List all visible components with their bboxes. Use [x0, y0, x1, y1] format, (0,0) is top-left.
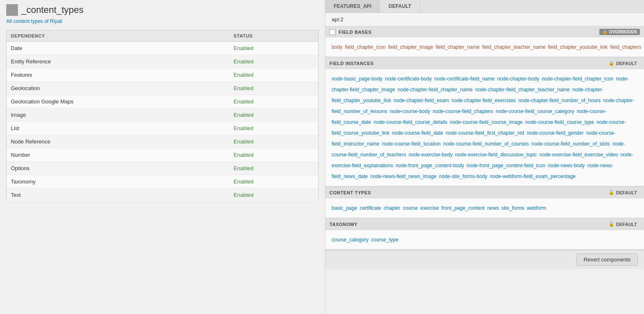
tag[interactable]: field_chapter_name	[436, 44, 480, 50]
tag[interactable]: node-chapter-field_exam	[394, 98, 449, 103]
table-row: List Enabled	[7, 122, 319, 135]
tag[interactable]: node-course-field_location	[382, 141, 441, 147]
tag[interactable]: basic_page	[332, 205, 357, 211]
tag[interactable]: node-webform-field_exam_percentage	[490, 173, 576, 179]
tag[interactable]: node-chapter-field_chapter_name	[397, 87, 473, 93]
tag[interactable]: course	[403, 205, 418, 211]
dep-name: Entity Reference	[7, 55, 230, 68]
dep-name: Node Reference	[7, 135, 230, 148]
table-row: Geolocation Enabled	[7, 82, 319, 95]
tag[interactable]: node-course-field_number_of_slots	[531, 141, 610, 147]
dep-name: Geolocation	[7, 82, 230, 95]
checkbox-field-bases[interactable]	[330, 29, 335, 35]
main-container: _content_types All content types of Riya…	[0, 0, 644, 314]
tag[interactable]: node-front_page_content-field_icon	[467, 163, 546, 168]
dep-name: Text	[7, 188, 230, 202]
tag[interactable]: certificate	[360, 205, 381, 211]
tag[interactable]: node-front_page_content-body	[395, 163, 464, 168]
tag[interactable]: course_type	[371, 237, 398, 243]
tag[interactable]: node-course-field_chapters	[433, 108, 493, 114]
dep-status: Enabled	[229, 135, 318, 148]
dep-status: Enabled	[229, 122, 318, 135]
revert-components-button[interactable]: Revert components	[576, 254, 638, 266]
tab-default[interactable]: DEFAULT	[380, 0, 420, 13]
tag[interactable]: node-course-field_number_of_courses	[443, 141, 529, 147]
tag[interactable]: node-certificate-field_name	[434, 76, 495, 82]
page-title-row: _content_types	[6, 4, 319, 16]
table-row: Geolocation Google Maps Enabled	[7, 95, 319, 108]
table-row: Number Enabled	[7, 148, 319, 162]
dep-name: Image	[7, 108, 230, 122]
tag[interactable]: node-chapter-field_chapter_teacher_name	[475, 87, 570, 93]
tag[interactable]: node-course-field_course_image	[450, 119, 523, 125]
table-row: Options Enabled	[7, 162, 319, 175]
tag[interactable]: node-course-field_course_type	[525, 119, 594, 125]
tag[interactable]: node-exercise-field_discussion_topic	[455, 152, 537, 158]
dep-status: Enabled	[229, 55, 318, 68]
dep-name: Features	[7, 68, 230, 82]
right-panel: FEATURES_API DEFAULT api:2 FIELD BASES 🔒…	[325, 0, 644, 314]
tag[interactable]: webform	[527, 205, 546, 211]
dep-name: Date	[7, 42, 230, 55]
lock-icon-taxonomy: 🔒	[609, 221, 614, 227]
tag[interactable]: node-course-field_date	[392, 130, 443, 136]
tag[interactable]: node-exercise-body	[409, 152, 453, 158]
content-field-bases: bodyfield_chapter_iconfield_chapter_imag…	[325, 38, 644, 57]
tag[interactable]: field_chapter_youtube_link	[548, 44, 608, 50]
dependency-table: DEPENDENCY STATUS Date Enabled Entity Re…	[6, 30, 319, 202]
section-field-bases: FIELD BASES 🔒 OVERRIDDEN bodyfield_chapt…	[325, 26, 644, 57]
badge-default-instances: 🔒 DEFAULT	[606, 60, 640, 67]
tag[interactable]: body	[332, 44, 342, 50]
tag[interactable]: course_category	[332, 237, 369, 243]
tag[interactable]: node-chapter-field_exercises	[452, 98, 516, 103]
section-header-field-instances: FIELD INSTANCES 🔒 DEFAULT	[325, 57, 644, 69]
dep-name: Number	[7, 148, 230, 162]
lock-icon-instances: 🔒	[609, 60, 614, 66]
tab-features-api[interactable]: FEATURES_API	[325, 0, 380, 13]
tag[interactable]: node-course-field_course_category	[496, 108, 574, 114]
tag[interactable]: news	[487, 205, 499, 211]
dep-name: Geolocation Google Maps	[7, 95, 230, 108]
tag[interactable]: node-course-field_gender	[527, 130, 584, 136]
tag[interactable]: node-chapter-body	[497, 76, 539, 82]
tag[interactable]: node-certificate-body	[385, 76, 432, 82]
tag[interactable]: field_chapters	[610, 44, 641, 50]
table-row: Date Enabled	[7, 42, 319, 55]
content-field-instances: node-basic_page-bodynode-certificate-bod…	[325, 69, 644, 186]
lock-icon-overridden: 🔒	[602, 30, 607, 34]
tag[interactable]: node-course-field_course_details	[374, 119, 448, 125]
dep-status: Enabled	[229, 42, 318, 55]
tag[interactable]: exercise	[420, 205, 439, 211]
dep-name: Options	[7, 162, 230, 175]
tag[interactable]: node-chapter-field_chapter_icon	[542, 76, 614, 82]
table-row: Image Enabled	[7, 108, 319, 122]
tag[interactable]: node-exercise-field_exercise_video	[539, 152, 618, 158]
tag[interactable]: node-site_forms-body	[439, 173, 488, 179]
dep-status: Enabled	[229, 188, 318, 202]
section-title-field-bases: FIELD BASES	[339, 30, 596, 35]
tag[interactable]: field_chapter_image	[388, 44, 433, 50]
tag[interactable]: site_forms	[501, 205, 524, 211]
dep-status: Enabled	[229, 148, 318, 162]
tag[interactable]: node-basic_page-body	[332, 76, 382, 82]
tag[interactable]: field_chapter_teacher_name	[482, 44, 546, 50]
tag[interactable]: node-chapter-field_number_of_hours	[518, 98, 601, 103]
tag[interactable]: node-news-field_news_image	[370, 173, 437, 179]
section-title-taxonomy: TAXONOMY	[330, 222, 602, 227]
tag[interactable]: node-course-body	[390, 108, 430, 114]
tag[interactable]: node-news-body	[548, 163, 585, 168]
api-row: api:2	[325, 13, 644, 26]
badge-default-taxonomy: 🔒 DEFAULT	[606, 221, 640, 228]
dep-status: Enabled	[229, 162, 318, 175]
tag[interactable]: front_page_content	[442, 205, 485, 211]
table-row: Entity Reference Enabled	[7, 55, 319, 68]
tag[interactable]: node-course-field_first_chapter_nid	[446, 130, 524, 136]
dep-status: Enabled	[229, 175, 318, 188]
page-title: _content_types	[21, 5, 83, 15]
table-row: Node Reference Enabled	[7, 135, 319, 148]
tag[interactable]: chapter	[384, 205, 400, 211]
content-content-types: basic_pagecertificatechaptercourseexerci…	[325, 198, 644, 218]
tag[interactable]: field_chapter_icon	[345, 44, 385, 50]
bottom-bar: Revert components	[325, 250, 644, 269]
section-content-types: CONTENT TYPES 🔒 DEFAULT basic_pagecertif…	[325, 186, 644, 218]
